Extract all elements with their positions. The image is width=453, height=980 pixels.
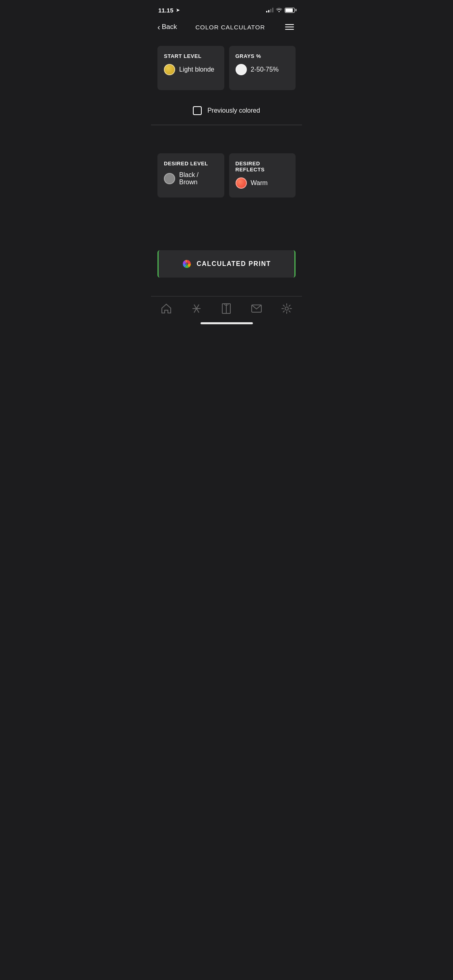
back-chevron-icon: ‹ (157, 23, 160, 31)
tab-tools[interactable] (186, 301, 207, 317)
mail-icon (251, 304, 262, 315)
status-time: 11.15 ➤ (158, 7, 180, 14)
spacer (151, 206, 302, 244)
color-wheel-icon (182, 259, 192, 269)
back-button[interactable]: ‹ Back (157, 23, 177, 31)
status-bar: 11.15 ➤ (151, 0, 302, 18)
start-cards-grid: START LEVEL Light blonde GRAYS % 2-50-75… (157, 46, 296, 90)
signal-bar-2 (268, 10, 269, 12)
signal-bar-1 (266, 11, 267, 12)
desired-reflects-card[interactable]: DESIRED REFLECTS Warm (229, 153, 296, 198)
desired-reflects-text: Warm (251, 179, 268, 187)
grays-value: 2-50-75% (236, 64, 290, 75)
mid-spacer (151, 125, 302, 145)
bottom-spacer (151, 284, 302, 296)
nav-bar: ‹ Back COLOR CALCULATOR (151, 18, 302, 38)
time-display: 11.15 (158, 7, 174, 14)
grays-card[interactable]: GRAYS % 2-50-75% (229, 46, 296, 90)
desired-section: DESIRED LEVEL Black / Brown DESIRED REFL… (151, 145, 302, 206)
tab-mail[interactable] (246, 303, 267, 316)
grays-text: 2-50-75% (251, 66, 279, 73)
status-icons (266, 7, 295, 13)
battery-fill (285, 8, 293, 12)
battery-icon (285, 8, 295, 13)
start-level-card[interactable]: START LEVEL Light blonde (157, 46, 224, 90)
book-icon (221, 303, 232, 316)
start-section: START LEVEL Light blonde GRAYS % 2-50-75… (151, 38, 302, 98)
calculated-print-label: CALCULATED PRINT (197, 260, 271, 268)
signal-bar-4 (272, 8, 273, 12)
calculated-print-section: CALCULATED PRINT (151, 244, 302, 284)
home-indicator-bar (201, 322, 253, 324)
grays-dot (236, 64, 247, 75)
menu-line-2 (285, 27, 294, 27)
svg-point-9 (285, 307, 288, 310)
start-level-title: START LEVEL (164, 53, 218, 59)
previously-colored-row[interactable]: Previously colored (151, 98, 302, 125)
desired-cards-grid: DESIRED LEVEL Black / Brown DESIRED REFL… (157, 153, 296, 198)
tab-book[interactable] (216, 301, 236, 317)
previously-colored-label: Previously colored (207, 107, 260, 114)
wifi-icon (276, 7, 282, 13)
home-indicator (151, 319, 302, 327)
signal-bar-3 (270, 9, 271, 12)
menu-line-3 (285, 29, 294, 30)
tab-settings[interactable] (276, 301, 297, 317)
calculated-print-button[interactable]: CALCULATED PRINT (157, 250, 296, 278)
start-level-dot (164, 64, 175, 75)
previously-colored-checkbox[interactable] (193, 106, 202, 115)
desired-level-title: DESIRED LEVEL (164, 161, 218, 167)
start-level-text: Light blonde (179, 66, 214, 73)
desired-level-value: Black / Brown (164, 171, 218, 186)
signal-bars (266, 8, 273, 12)
tab-home[interactable] (156, 302, 177, 317)
desired-reflects-title: DESIRED REFLECTS (236, 161, 290, 173)
tools-icon (191, 303, 202, 316)
desired-reflects-value: Warm (236, 177, 290, 189)
desired-reflects-dot (236, 177, 247, 189)
grays-title: GRAYS % (236, 53, 290, 59)
back-label: Back (162, 23, 177, 31)
tab-bar (151, 296, 302, 319)
desired-level-text: Black / Brown (179, 171, 218, 186)
desired-level-card[interactable]: DESIRED LEVEL Black / Brown (157, 153, 224, 198)
nav-title: COLOR CALCULATOR (195, 24, 265, 31)
menu-button[interactable] (283, 23, 296, 31)
menu-line-1 (285, 24, 294, 25)
desired-level-dot (164, 173, 175, 184)
start-level-value: Light blonde (164, 64, 218, 75)
location-icon: ➤ (176, 8, 180, 13)
settings-icon (281, 303, 292, 316)
home-icon (161, 303, 172, 315)
